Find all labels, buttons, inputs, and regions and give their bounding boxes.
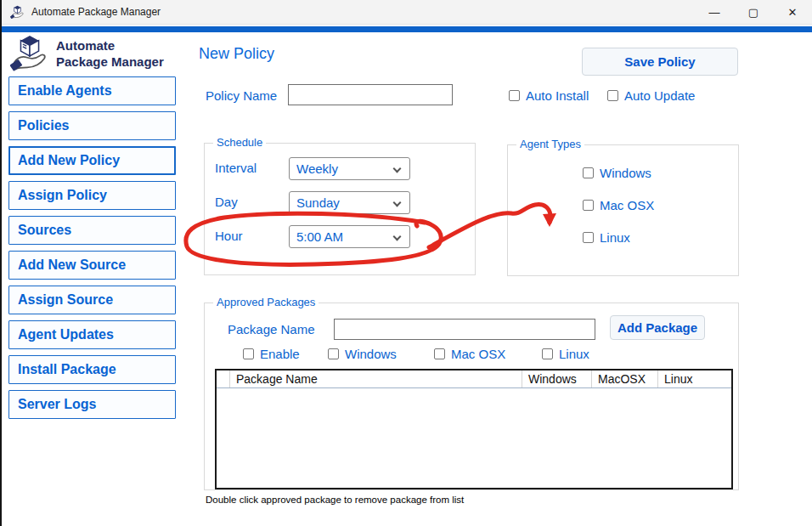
chevron-down-icon: [393, 165, 402, 173]
auto-install-checkbox-row: Auto Install: [509, 88, 589, 103]
auto-update-label: Auto Update: [624, 88, 695, 103]
pkg-linux-label: Linux: [559, 347, 589, 361]
add-package-button[interactable]: Add Package: [610, 315, 705, 340]
logo-text: Automate Package Manager: [56, 37, 164, 71]
pkg-macosx-label: Mac OSX: [451, 347, 505, 361]
pkg-linux-checkbox[interactable]: [542, 348, 553, 359]
sidebar-item-add-new-policy[interactable]: Add New Policy: [8, 146, 176, 175]
interval-label: Interval: [215, 161, 257, 175]
remove-package-hint: Double click approved package to remove …: [206, 495, 464, 505]
sidebar-item-sources[interactable]: Sources: [8, 216, 176, 245]
chevron-down-icon: [393, 233, 402, 241]
pkg-enable-label: Enable: [260, 347, 300, 361]
auto-update-checkbox[interactable]: [607, 90, 618, 101]
agent-macosx-row: Mac OSX: [583, 198, 654, 212]
agent-linux-checkbox[interactable]: [583, 232, 594, 243]
sidebar-item-install-package[interactable]: Install Package: [8, 355, 176, 384]
interval-select[interactable]: Weekly: [289, 157, 410, 180]
maximize-icon[interactable]: ▢: [734, 0, 773, 25]
close-icon[interactable]: ✕: [773, 0, 812, 25]
sidebar-item-agent-updates[interactable]: Agent Updates: [8, 320, 176, 349]
chevron-down-icon: [393, 199, 402, 207]
agent-windows-checkbox[interactable]: [583, 167, 594, 178]
app-window: Automate Package Manager — ▢ ✕ Automate …: [0, 0, 812, 526]
policy-name-input[interactable]: [288, 84, 453, 105]
auto-install-label: Auto Install: [526, 88, 589, 103]
table-body-empty: [217, 388, 731, 489]
sidebar-item-add-new-source[interactable]: Add New Source: [8, 251, 176, 280]
sidebar-item-assign-policy[interactable]: Assign Policy: [8, 181, 176, 210]
sidebar-item-policies[interactable]: Policies: [8, 111, 176, 140]
policy-name-label: Policy Name: [206, 88, 277, 103]
minimize-icon[interactable]: —: [695, 0, 734, 25]
package-name-input[interactable]: [334, 319, 595, 340]
day-label: Day: [215, 195, 238, 209]
pkg-macosx-row: Mac OSX: [434, 347, 505, 361]
logo-icon: [10, 34, 49, 73]
hour-label: Hour: [215, 229, 243, 243]
page-title: New Policy: [199, 45, 274, 63]
agent-types-groupbox: Agent Types Windows Mac OSX Linux: [507, 144, 739, 276]
table-header-stub: [217, 370, 230, 387]
schedule-legend: Schedule: [213, 136, 266, 149]
schedule-groupbox: Schedule Interval Weekly Day Sunday Hour…: [204, 143, 476, 275]
sidebar-item-enable-agents[interactable]: Enable Agents: [8, 76, 176, 105]
table-header-linux: Linux: [658, 370, 731, 387]
window-title: Automate Package Manager: [31, 6, 161, 18]
sidebar-item-server-logs[interactable]: Server Logs: [8, 390, 176, 419]
approved-packages-groupbox: Approved Packages Package Name Add Packa…: [204, 303, 739, 490]
hour-select[interactable]: 5:00 AM: [289, 225, 410, 248]
app-logo: Automate Package Manager: [10, 34, 164, 73]
approved-packages-table[interactable]: Package Name Windows MacOSX Linux: [215, 369, 733, 489]
save-policy-button[interactable]: Save Policy: [582, 48, 738, 76]
table-header-macosx: MacOSX: [592, 370, 658, 387]
table-header-row: Package Name Windows MacOSX Linux: [217, 370, 731, 388]
pkg-windows-label: Windows: [345, 347, 397, 361]
agent-linux-label: Linux: [600, 230, 630, 245]
title-bar: Automate Package Manager — ▢ ✕: [2, 0, 812, 25]
package-name-label: Package Name: [228, 322, 315, 337]
auto-update-checkbox-row: Auto Update: [607, 88, 695, 103]
day-select[interactable]: Sunday: [289, 191, 410, 214]
table-header-windows: Windows: [522, 370, 592, 387]
pkg-enable-checkbox[interactable]: [243, 348, 254, 359]
agent-linux-row: Linux: [583, 230, 630, 245]
auto-install-checkbox[interactable]: [509, 90, 520, 101]
accent-strip: [2, 26, 812, 32]
agent-windows-label: Windows: [600, 166, 651, 180]
sidebar-item-assign-source[interactable]: Assign Source: [8, 286, 176, 314]
pkg-windows-checkbox[interactable]: [328, 348, 339, 359]
pkg-windows-row: Windows: [328, 347, 397, 361]
approved-packages-legend: Approved Packages: [213, 296, 319, 308]
pkg-macosx-checkbox[interactable]: [434, 348, 445, 359]
pkg-enable-row: Enable: [243, 347, 300, 361]
agent-macosx-checkbox[interactable]: [583, 200, 594, 211]
agent-macosx-label: Mac OSX: [600, 198, 654, 212]
agent-windows-row: Windows: [583, 166, 651, 180]
app-icon: [10, 5, 25, 20]
agent-types-legend: Agent Types: [516, 138, 584, 150]
sidebar: Enable Agents Policies Add New Policy As…: [8, 76, 176, 425]
table-header-package-name: Package Name: [230, 370, 522, 387]
pkg-linux-row: Linux: [542, 347, 589, 361]
